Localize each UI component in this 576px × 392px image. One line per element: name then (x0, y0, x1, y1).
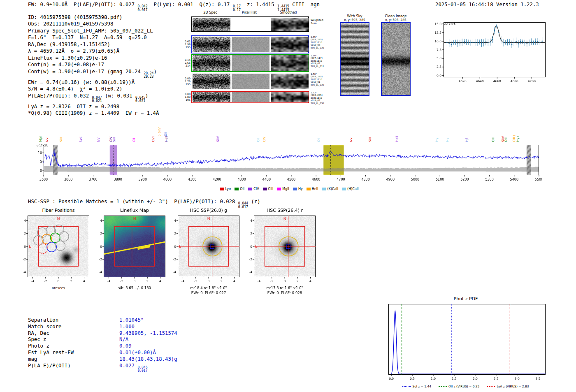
legend-color-swatch (307, 188, 311, 190)
text-segment: Primary Spec_Slot_IFU_AMP: 505_097_022_L… (28, 28, 153, 34)
clean-image-xy: x, y: 593, 285 (380, 18, 411, 22)
cutout-panels: Fiber PositionsarcsecsLineflux Maps/b: 5… (16, 208, 337, 302)
uncertainty-range: 0.0460.017 (137, 366, 147, 373)
cutout-caption: EWr: 0. PLAE: 0.027 (178, 290, 239, 295)
line-fit-plot (425, 18, 548, 88)
match-field-value: 1.000 (119, 324, 135, 330)
match-field-value: 1.01045" (119, 317, 144, 324)
text-segment: 0.027 (119, 363, 137, 369)
spectral-line-label: OIII (504, 137, 508, 142)
cutout-caption: m:18.4 re:1.8" s:1.0" (178, 285, 239, 290)
pixel-flat-image (232, 37, 269, 52)
with-sky-xy: x, y: 593, 285 (339, 18, 370, 22)
spectral-line-label: CII (132, 138, 136, 142)
hsc-g-cutout-plot (166, 214, 243, 284)
spectral-line-label: Hγ ( (516, 136, 520, 142)
pixel-flat-image (232, 92, 269, 102)
fiber-positions-plot (16, 214, 93, 284)
match-table-row: Est LyA rest-EW0.01(±0.00)Å (28, 350, 177, 356)
text-segment: ) (153, 69, 156, 74)
text-segment: 0.09 (119, 343, 132, 349)
smoothed-image (271, 92, 309, 102)
spectral-line-label: HeII (395, 136, 399, 142)
text-segment: CIII agn (289, 2, 320, 7)
cutout-title: HSC SSP(26.8) g (178, 208, 239, 214)
smoothed-image (271, 74, 309, 89)
match-field-label: RA, Dec (28, 330, 119, 337)
match-field-label: mag (28, 356, 119, 363)
match-field-value: 0.09 (119, 343, 132, 350)
with-sky-image (340, 22, 369, 96)
info-line: λ = 4659.12Å σ = 2.79(±0.65)Å (28, 48, 159, 54)
legend-label: OII (240, 187, 244, 191)
spectral-line-label: MgII (39, 135, 42, 142)
spectral-line-label: NV (45, 137, 49, 142)
spectral-line-label: CIV (262, 137, 266, 142)
legend-color-swatch (220, 188, 224, 190)
match-table-row: Separation1.01045" (28, 317, 177, 324)
spectrum-legend: LyαOIICIVCIIIMgIIHγHeII(K)CaII(H)CaII (36, 187, 542, 191)
photz-legend-line-sample (487, 386, 495, 387)
photz-legend-item: LyA z (VIRUS) = 2.83 (487, 385, 529, 388)
full-spectrum-plot (36, 144, 542, 187)
spectral-line-label: SiII (59, 137, 63, 142)
legend-label: (H)CaII (347, 187, 358, 191)
spec2d-row-weights: 0.091.79195 (182, 77, 190, 86)
spectral-line-label: OII (256, 138, 260, 142)
spectral-line-label: OII (317, 138, 321, 142)
pixel-flat-image (232, 55, 269, 71)
uncertainty-range: 0.0470.021 (92, 96, 102, 103)
legend-item: MgII (277, 187, 289, 191)
match-field-value: 0.027 0.0460.017 (119, 363, 148, 373)
legend-item: CIII (263, 187, 274, 191)
clean-image-stamp: Clean Image x, y: 593, 285 (380, 14, 411, 97)
cutout-caption: EWr: 0. PLAE: 0.028 (254, 290, 316, 295)
spec2d-row-weights: 0.081.89195 (182, 93, 190, 101)
spec2d-image (193, 55, 230, 71)
spec2d-row-info: 1.70"(593, 285)20211110v019_01505_LL_030 (311, 73, 337, 86)
legend-item: Lyα (220, 187, 231, 191)
elixer-report-page: EW: 0.9±10.0Å P(LAE)/P(OII): 0.027 0.042… (0, 0, 576, 392)
text-segment: 1.000 (119, 324, 135, 329)
pixel-flat-image (232, 74, 269, 89)
hsc-r-cutout-plot (242, 214, 319, 284)
spectral-line-label: Hγ (435, 138, 439, 142)
legend-color-swatch (248, 188, 252, 190)
info-line: S/N = 4.8(±0.4) χ² = 1.0(±0.2) (28, 86, 159, 92)
photz-plot (383, 302, 549, 382)
text-segment: P(LAE)/P(OII): 0.032 (28, 93, 92, 99)
photz-title: Phot z PDF (381, 296, 550, 302)
cutout-hsc-r-cutout: HSC SSP(26.4) rm:17.5 re:1.6" s:1.0"EWr:… (242, 208, 321, 295)
match-table-row: Photo z0.09 (28, 343, 177, 350)
info-line: Cont(n) = 4.70(±0.08)e-17 (28, 61, 159, 68)
pixel-flat-image (232, 18, 269, 31)
spectral-line-label: } SiIV (158, 128, 161, 136)
smoothed-image (271, 37, 309, 52)
clean-image (381, 22, 411, 96)
info-line: Cont(w) = 3.90(±0.01)e-17 (gmag 20.24 20… (28, 68, 159, 79)
spectral-line-label: Lyα (79, 137, 82, 142)
spec2d-row-info: 1.50"(597, 117)20211110v019_01505_LL_011 (311, 54, 337, 67)
uncertainty-range: 0.0450.021 (135, 96, 145, 103)
match-field-value: 9.438905, -1.151574 (119, 330, 177, 337)
photz-legend: Sol z = 1.44OII z (VIRUS) = 0.25LyA z (V… (381, 385, 550, 388)
header-timestamp: 2025-01-05 16:44:18 Version 1.22.3 (435, 2, 539, 7)
spectral-line-label: SiII (368, 137, 372, 142)
match-field-value: 18.43(18.43,18.43)g (119, 356, 177, 363)
spec2d-row-info: 0.35"(593, 285)20211110v019_03505_LL_030 (311, 36, 337, 49)
spec2d-image (193, 92, 230, 102)
cutout-caption: m:17.5 re:1.6" s:1.0" (254, 285, 316, 290)
photz-legend-item: OII z (VIRUS) = 0.25 (439, 385, 479, 388)
match-table-row: Match score1.000 (28, 324, 177, 330)
info-line: Obs: 20211110v019_4015975398 (28, 21, 159, 27)
legend-item: HeII (307, 187, 318, 191)
spec2d-image (193, 74, 230, 89)
spec2d-image (193, 37, 230, 52)
lineflux-map-plot (92, 214, 169, 284)
text-segment: 1.01045" (119, 317, 144, 323)
spec2d-row-weights: 0.142.65214 (182, 58, 190, 67)
spec2d-row-strip (191, 91, 309, 103)
text-segment: F=1.6" T=0.137 N=1.27 A=0.59 g=25.0 (28, 35, 147, 40)
info-line: F=1.6" T=0.137 N=1.27 A=0.59 g=25.0 (28, 34, 159, 41)
spectral-line-label: NV (349, 137, 353, 142)
